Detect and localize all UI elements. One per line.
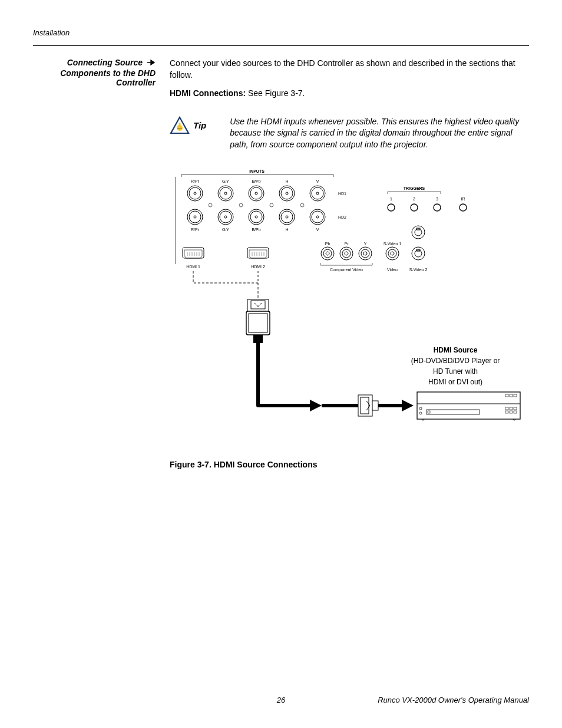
svg-point-19 [310, 186, 325, 201]
hd-port-rows: R/Pr G/Y B/Pb H V HD1 [187, 179, 346, 232]
svg-point-70 [386, 247, 399, 260]
svg-text:HDMI 2: HDMI 2 [251, 265, 265, 269]
hdmi-connections-label: HDMI Connections: [170, 88, 246, 98]
svg-point-40 [312, 211, 323, 223]
svg-text:Pr: Pr [345, 242, 349, 246]
svg-text:HD1: HD1 [338, 192, 346, 196]
page-number: 26 [277, 696, 285, 704]
svg-text:R/Pr: R/Pr [191, 228, 200, 232]
tip-label: Tip [193, 119, 206, 131]
svg-point-34 [250, 211, 262, 223]
svg-point-33 [249, 209, 264, 225]
svg-point-23 [209, 203, 212, 207]
sidebar-title-line1: Connecting Source [67, 58, 143, 67]
svg-rect-91 [247, 248, 269, 258]
svg-point-21 [316, 192, 319, 195]
svg-point-32 [224, 216, 227, 218]
svg-point-9 [194, 192, 196, 195]
svg-point-13 [249, 186, 264, 201]
svg-point-27 [187, 209, 203, 225]
svg-point-14 [250, 187, 262, 199]
svg-point-72 [391, 252, 394, 255]
svg-point-38 [286, 216, 288, 218]
svg-text:HDMI or DVI out): HDMI or DVI out) [428, 378, 482, 386]
svg-point-76 [412, 247, 425, 260]
svg-text:HD2: HD2 [338, 215, 346, 219]
svg-point-73 [412, 226, 425, 239]
component-row: Pb Pr Y S-Video 1 [320, 226, 427, 272]
svg-point-41 [316, 216, 319, 218]
figure-3-7: INPUTS R/Pr G/Y B/Pb H V [170, 165, 529, 446]
svg-point-24 [239, 203, 243, 207]
svg-point-68 [361, 249, 369, 258]
svg-text:R/Pr: R/Pr [191, 179, 200, 183]
svg-text:Y: Y [364, 242, 367, 246]
cable-path [258, 343, 414, 416]
svg-point-65 [342, 249, 351, 258]
svg-point-10 [218, 186, 233, 201]
svg-text:TRIGGERS: TRIGGERS [404, 186, 425, 190]
svg-point-18 [286, 192, 288, 195]
svg-rect-103 [253, 335, 263, 343]
svg-rect-101 [246, 311, 270, 335]
inputs-label: INPUTS [249, 169, 265, 173]
svg-text:Component Video: Component Video [330, 268, 363, 272]
svg-point-30 [218, 209, 233, 225]
svg-text:1: 1 [390, 197, 392, 201]
svg-point-25 [270, 203, 273, 207]
svg-text:3: 3 [436, 197, 438, 201]
main-content: Connect your video sources to the DHD Co… [170, 58, 529, 471]
svg-text:B/Pb: B/Pb [252, 179, 260, 183]
header-rule [33, 45, 529, 46]
svg-rect-99 [247, 299, 269, 311]
svg-point-62 [323, 249, 332, 258]
svg-point-17 [281, 187, 293, 199]
running-header: Installation [33, 28, 529, 37]
svg-point-66 [345, 252, 348, 255]
svg-point-29 [194, 216, 196, 218]
intro-paragraph: Connect your video sources to the DHD Co… [170, 58, 529, 81]
svg-point-31 [220, 211, 232, 223]
svg-rect-111 [417, 392, 520, 419]
warning-triangle-icon [170, 116, 190, 135]
svg-text:V: V [316, 179, 319, 183]
svg-text:H: H [285, 179, 288, 183]
svg-point-67 [359, 247, 372, 260]
footer: 26 Runco VX-2000d Owner's Operating Manu… [33, 696, 529, 704]
svg-text:HDMI 1: HDMI 1 [186, 265, 200, 269]
figure-caption: Figure 3-7. HDMI Source Connections [170, 459, 529, 471]
source-device-icon [417, 392, 520, 420]
hdmi-connections-text: See Figure 3-7. [246, 88, 305, 98]
sidebar-title-line3: Controller [116, 78, 156, 87]
svg-point-20 [312, 187, 323, 199]
svg-rect-83 [183, 248, 204, 258]
svg-point-53 [388, 204, 395, 211]
svg-point-56 [459, 204, 467, 211]
svg-text:HD Tuner with: HD Tuner with [433, 367, 478, 375]
svg-text:2: 2 [413, 197, 415, 201]
svg-text:G/Y: G/Y [222, 228, 229, 232]
svg-point-61 [321, 247, 334, 260]
svg-point-28 [189, 211, 201, 223]
svg-text:B/Pb: B/Pb [252, 228, 260, 232]
hdmi-source-label: HDMI Source (HD-DVD/BD/DVD Player or HD … [411, 346, 500, 386]
svg-text:HDMI Source: HDMI Source [434, 346, 478, 354]
svg-point-35 [255, 216, 257, 218]
svg-text:H: H [285, 228, 288, 232]
svg-text:Pb: Pb [325, 242, 330, 246]
svg-point-55 [434, 204, 441, 211]
manual-title: Runco VX-2000d Owner's Operating Manual [378, 696, 529, 704]
svg-point-16 [279, 186, 295, 201]
hdmi-ports: HDMI 1 HDMI 2 [183, 248, 269, 269]
svg-point-71 [388, 249, 396, 258]
svg-text:Video: Video [387, 268, 398, 272]
svg-point-54 [411, 204, 418, 211]
hdmi-diagram: INPUTS R/Pr G/Y B/Pb H V [170, 165, 523, 442]
svg-rect-1 [179, 123, 181, 126]
svg-point-7 [187, 186, 203, 201]
svg-text:(HD-DVD/BD/DVD Player or: (HD-DVD/BD/DVD Player or [411, 357, 500, 365]
svg-point-63 [326, 252, 329, 255]
svg-point-8 [189, 187, 201, 199]
tip-row: Tip Use the HDMI inputs whenever possibl… [170, 116, 529, 151]
svg-text:V: V [316, 228, 319, 232]
